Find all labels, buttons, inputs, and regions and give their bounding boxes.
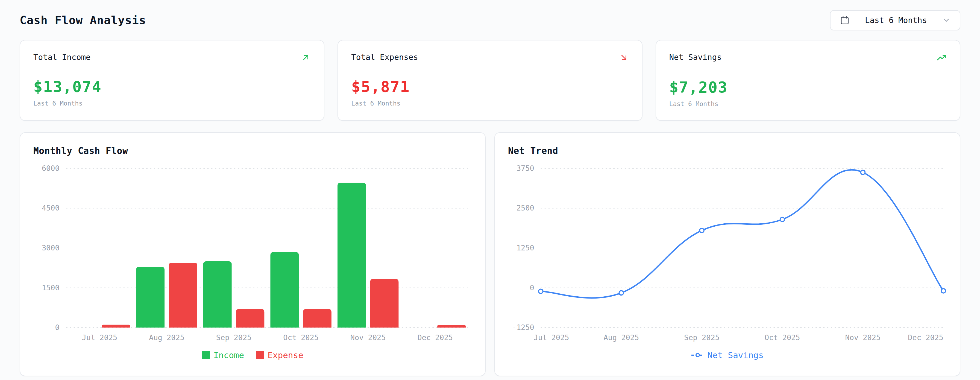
legend-item-net-savings[interactable]: Net Savings bbox=[691, 350, 764, 360]
date-range-value: Last 6 Months bbox=[858, 16, 934, 25]
svg-text:3750: 3750 bbox=[517, 164, 534, 173]
card-subtitle: Last 6 Months bbox=[669, 100, 947, 107]
svg-text:Jul 2025: Jul 2025 bbox=[534, 333, 569, 342]
net-trend-chart[interactable]: -12500125025003750Jul 2025Aug 2025Sep 20… bbox=[508, 161, 947, 347]
total-income-card: Total Income $13,074 Last 6 Months bbox=[20, 40, 325, 121]
arrow-up-right-icon bbox=[301, 52, 311, 62]
chart-title: Monthly Cash Flow bbox=[33, 145, 472, 156]
charts-row: Monthly Cash Flow 01500300045006000Jul 2… bbox=[20, 132, 960, 376]
net-trend-panel: Net Trend -12500125025003750Jul 2025Aug … bbox=[494, 132, 960, 376]
svg-text:Nov 2025: Nov 2025 bbox=[350, 333, 386, 342]
svg-text:Aug 2025: Aug 2025 bbox=[604, 333, 639, 342]
svg-text:1500: 1500 bbox=[42, 283, 60, 292]
svg-text:Oct 2025: Oct 2025 bbox=[765, 333, 800, 342]
chart-title: Net Trend bbox=[508, 145, 947, 156]
legend-label: Income bbox=[213, 350, 244, 360]
date-range-selector[interactable]: Last 6 Months bbox=[830, 10, 960, 30]
svg-text:0: 0 bbox=[530, 283, 534, 292]
arrow-down-right-icon bbox=[619, 52, 629, 62]
svg-text:4500: 4500 bbox=[42, 204, 60, 212]
card-value: $5,871 bbox=[351, 78, 628, 95]
card-value: $13,074 bbox=[33, 78, 311, 95]
svg-text:Sep 2025: Sep 2025 bbox=[216, 333, 252, 342]
svg-text:0: 0 bbox=[55, 323, 60, 332]
svg-text:-1250: -1250 bbox=[512, 323, 534, 332]
svg-text:Nov 2025: Nov 2025 bbox=[845, 333, 881, 342]
card-title: Net Savings bbox=[669, 52, 722, 62]
svg-text:Aug 2025: Aug 2025 bbox=[149, 333, 185, 342]
bar-chart-legend: IncomeExpense bbox=[33, 350, 472, 360]
legend-label: Net Savings bbox=[708, 350, 764, 360]
chevron-down-icon bbox=[942, 16, 950, 24]
svg-text:Dec 2025: Dec 2025 bbox=[417, 333, 453, 342]
card-subtitle: Last 6 Months bbox=[33, 100, 311, 107]
monthly-cash-flow-panel: Monthly Cash Flow 01500300045006000Jul 2… bbox=[20, 132, 486, 376]
svg-text:6000: 6000 bbox=[42, 164, 60, 173]
legend-item-income[interactable]: Income bbox=[202, 350, 244, 360]
legend-line-marker-icon bbox=[691, 350, 704, 360]
card-title: Total Expenses bbox=[351, 52, 418, 62]
stat-cards-row: Total Income $13,074 Last 6 Months Total… bbox=[20, 40, 960, 121]
net-savings-card: Net Savings $7,203 Last 6 Months bbox=[655, 40, 960, 121]
card-subtitle: Last 6 Months bbox=[351, 100, 628, 107]
legend-swatch-icon bbox=[202, 351, 210, 359]
legend-label: Expense bbox=[267, 350, 303, 360]
svg-text:2500: 2500 bbox=[517, 204, 534, 212]
svg-text:Sep 2025: Sep 2025 bbox=[684, 333, 719, 342]
trending-up-icon bbox=[936, 52, 947, 63]
page-header: Cash Flow Analysis Last 6 Months bbox=[20, 10, 960, 30]
legend-swatch-icon bbox=[256, 351, 264, 359]
svg-text:Oct 2025: Oct 2025 bbox=[283, 333, 319, 342]
svg-text:Jul 2025: Jul 2025 bbox=[82, 333, 118, 342]
svg-text:1250: 1250 bbox=[517, 243, 534, 252]
total-expenses-card: Total Expenses $5,871 Last 6 Months bbox=[337, 40, 642, 121]
monthly-cash-flow-chart[interactable]: 01500300045006000Jul 2025Aug 2025Sep 202… bbox=[33, 161, 472, 347]
page-title: Cash Flow Analysis bbox=[20, 14, 146, 27]
svg-text:3000: 3000 bbox=[42, 243, 60, 252]
svg-text:Dec 2025: Dec 2025 bbox=[908, 333, 943, 342]
card-title: Total Income bbox=[33, 52, 91, 62]
calendar-icon bbox=[840, 15, 850, 25]
card-value: $7,203 bbox=[669, 78, 947, 96]
line-chart-legend: Net Savings bbox=[508, 350, 947, 360]
legend-item-expense[interactable]: Expense bbox=[256, 350, 303, 360]
